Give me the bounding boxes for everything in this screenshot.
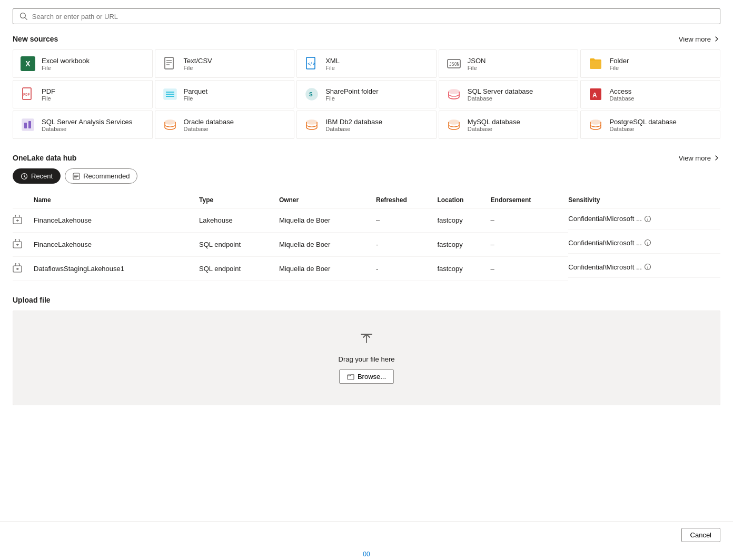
new-sources-view-more[interactable]: View more bbox=[679, 35, 720, 43]
json-icon: JSON bbox=[445, 55, 462, 72]
source-sharepoint[interactable]: S SharePoint folder File bbox=[296, 80, 437, 108]
th-name: Name bbox=[34, 192, 199, 208]
mysql-icon bbox=[445, 116, 462, 133]
row-refreshed: – bbox=[376, 208, 437, 233]
upload-dropzone[interactable]: Drag your file here Browse... bbox=[13, 311, 720, 405]
upload-header: Upload file bbox=[13, 296, 720, 304]
table-row[interactable]: FinanceLakehouse Lakehouse Miquella de B… bbox=[13, 208, 720, 233]
ssas-icon bbox=[19, 116, 36, 133]
svg-text:PDF: PDF bbox=[23, 93, 30, 97]
source-access[interactable]: A Access Database bbox=[580, 80, 720, 108]
info-icon: i bbox=[644, 263, 651, 271]
row-sensitivity: Confidential\Microsoft ... i bbox=[568, 257, 720, 278]
row-icon-cell bbox=[13, 257, 34, 281]
recommended-icon bbox=[73, 173, 80, 180]
row-type: SQL endpoint bbox=[199, 233, 279, 257]
folder-browse-icon bbox=[347, 373, 354, 381]
source-mysql[interactable]: MySQL database Database bbox=[439, 111, 579, 139]
onelake-title: OneLake data hub bbox=[13, 154, 76, 162]
search-input[interactable] bbox=[32, 13, 714, 21]
postgresql-icon bbox=[587, 116, 604, 133]
source-oracle[interactable]: Oracle database Database bbox=[155, 111, 295, 139]
lakehouse-icon bbox=[13, 215, 22, 224]
source-xml[interactable]: </> XML File bbox=[296, 49, 437, 78]
svg-text:</>: </> bbox=[308, 62, 315, 66]
svg-text:i: i bbox=[647, 217, 648, 222]
tab-recent[interactable]: Recent bbox=[13, 168, 61, 184]
row-name: DataflowsStagingLakehouse1 bbox=[34, 257, 199, 281]
source-textcsv[interactable]: Text/CSV File bbox=[155, 49, 295, 78]
th-type: Type bbox=[199, 192, 279, 208]
search-bar[interactable] bbox=[13, 8, 720, 24]
pdf-icon: PDF bbox=[19, 86, 36, 103]
svg-point-27 bbox=[590, 120, 601, 124]
new-sources-title: New sources bbox=[13, 35, 58, 43]
svg-rect-23 bbox=[28, 121, 31, 128]
arrow-right-icon bbox=[713, 35, 720, 43]
onelake-view-more[interactable]: View more bbox=[679, 154, 720, 162]
tab-recommended[interactable]: Recommended bbox=[65, 168, 137, 184]
onelake-arrow-icon bbox=[713, 154, 720, 162]
svg-point-0 bbox=[20, 13, 25, 18]
sqlserver-icon bbox=[445, 86, 462, 103]
row-type: SQL endpoint bbox=[199, 257, 279, 281]
source-parquet[interactable]: Parquet File bbox=[155, 80, 295, 108]
row-location: fastcopy bbox=[437, 257, 490, 281]
source-ibmdb2[interactable]: IBM Db2 database Database bbox=[296, 111, 437, 139]
lakehouse-icon bbox=[13, 263, 22, 273]
bottom-indicator: 00 bbox=[0, 548, 733, 560]
row-endorsement: – bbox=[491, 257, 569, 281]
source-postgresql[interactable]: PostgreSQL database Database bbox=[580, 111, 720, 139]
onelake-header: OneLake data hub View more bbox=[13, 154, 720, 162]
row-name: FinanceLakehouse bbox=[34, 233, 199, 257]
row-sensitivity: Confidential\Microsoft ... i bbox=[568, 233, 720, 254]
svg-rect-2 bbox=[165, 57, 173, 69]
info-icon: i bbox=[644, 215, 651, 223]
svg-line-1 bbox=[25, 17, 27, 19]
source-pdf[interactable]: PDF PDF File bbox=[13, 80, 153, 108]
svg-rect-22 bbox=[24, 123, 27, 128]
source-sqlserver[interactable]: SQL Server database Database bbox=[439, 80, 579, 108]
row-icon-cell bbox=[13, 233, 34, 257]
upload-arrow-icon bbox=[358, 332, 375, 349]
row-refreshed: - bbox=[376, 257, 437, 281]
svg-text:S: S bbox=[309, 92, 313, 97]
lakehouse-icon bbox=[13, 239, 22, 248]
search-icon bbox=[19, 12, 28, 21]
th-owner: Owner bbox=[279, 192, 376, 208]
upload-title: Upload file bbox=[13, 296, 51, 304]
folder-icon bbox=[587, 55, 604, 72]
browse-button[interactable]: Browse... bbox=[339, 369, 394, 384]
row-owner: Miquella de Boer bbox=[279, 233, 376, 257]
textcsv-icon bbox=[162, 55, 179, 72]
source-ssas[interactable]: SQL Server Analysis Services Database bbox=[13, 111, 153, 139]
access-icon: A bbox=[587, 86, 604, 103]
th-endorsement: Endorsement bbox=[491, 192, 569, 208]
th-refreshed: Refreshed bbox=[376, 192, 437, 208]
row-name: FinanceLakehouse bbox=[34, 208, 199, 233]
row-endorsement: – bbox=[491, 233, 569, 257]
new-sources-header: New sources View more bbox=[13, 35, 720, 43]
row-location: fastcopy bbox=[437, 233, 490, 257]
cancel-button[interactable]: Cancel bbox=[681, 528, 720, 542]
onelake-section: OneLake data hub View more Recent bbox=[13, 154, 720, 281]
source-folder[interactable]: Folder File bbox=[580, 49, 720, 78]
table-row[interactable]: DataflowsStagingLakehouse1 SQL endpoint … bbox=[13, 257, 720, 281]
svg-text:i: i bbox=[647, 265, 648, 270]
row-endorsement: – bbox=[491, 208, 569, 233]
footer: Cancel bbox=[0, 521, 733, 548]
parquet-icon bbox=[162, 86, 179, 103]
upload-section: Upload file Drag your file here Browse..… bbox=[13, 296, 720, 405]
table-row[interactable]: FinanceLakehouse SQL endpoint Miquella d… bbox=[13, 233, 720, 257]
svg-text:JSON: JSON bbox=[449, 62, 459, 67]
svg-text:i: i bbox=[647, 241, 648, 246]
row-refreshed: - bbox=[376, 233, 437, 257]
drag-text: Drag your file here bbox=[339, 355, 395, 363]
browse-label: Browse... bbox=[358, 373, 386, 381]
svg-point-18 bbox=[449, 89, 459, 94]
source-json[interactable]: JSON JSON File bbox=[439, 49, 579, 78]
svg-text:A: A bbox=[592, 92, 597, 99]
source-excel[interactable]: X Excel workbook File bbox=[13, 49, 153, 78]
info-icon: i bbox=[644, 239, 651, 246]
svg-point-24 bbox=[165, 120, 175, 124]
